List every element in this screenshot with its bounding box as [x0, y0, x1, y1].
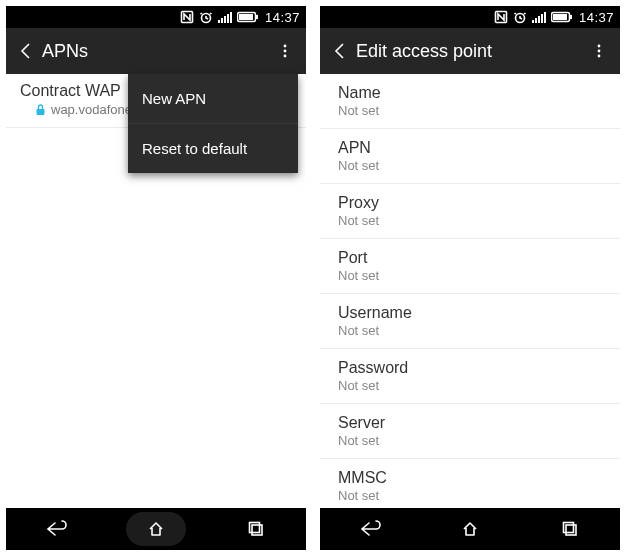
svg-point-10: [284, 45, 287, 48]
page-title: Edit access point: [356, 41, 492, 62]
menu-reset-default[interactable]: Reset to default: [128, 124, 298, 173]
overflow-button[interactable]: [584, 28, 614, 74]
setting-row[interactable]: MMSCNot set: [320, 459, 620, 508]
signal-icon: [532, 11, 546, 23]
svg-point-28: [598, 55, 601, 58]
status-icons: [180, 10, 259, 24]
overflow-button[interactable]: [270, 28, 300, 74]
svg-rect-4: [224, 16, 226, 23]
setting-row[interactable]: PasswordNot set: [320, 349, 620, 404]
svg-rect-25: [570, 15, 572, 19]
nav-back-button[interactable]: [26, 512, 86, 546]
setting-label: Password: [338, 359, 602, 377]
svg-rect-15: [250, 523, 260, 533]
nav-back-button[interactable]: [340, 512, 400, 546]
setting-row[interactable]: UsernameNot set: [320, 294, 620, 349]
svg-rect-22: [544, 12, 546, 23]
setting-value: Not set: [338, 158, 602, 173]
setting-value: Not set: [338, 323, 602, 338]
svg-rect-29: [566, 525, 576, 535]
svg-point-26: [598, 45, 601, 48]
setting-value: Not set: [338, 268, 602, 283]
svg-rect-2: [218, 20, 220, 23]
svg-rect-18: [532, 20, 534, 23]
setting-label: Port: [338, 249, 602, 267]
setting-label: MMSC: [338, 469, 602, 487]
svg-rect-14: [252, 525, 262, 535]
status-bar: 14:37: [6, 6, 306, 28]
status-icons: [494, 10, 573, 24]
setting-label: Username: [338, 304, 602, 322]
status-clock: 14:37: [579, 10, 614, 25]
setting-value: Not set: [338, 213, 602, 228]
page-title: APNs: [42, 41, 88, 62]
status-bar: 14:37: [320, 6, 620, 28]
svg-rect-6: [230, 12, 232, 23]
nav-recent-button[interactable]: [226, 512, 286, 546]
phone-left: 14:37 APNs Contract WAP wap.vodafone.c N…: [6, 6, 306, 550]
setting-row[interactable]: NameNot set: [320, 74, 620, 129]
setting-value: Not set: [338, 433, 602, 448]
svg-rect-3: [221, 18, 223, 23]
nav-home-button[interactable]: [126, 512, 186, 546]
nfc-icon: [494, 10, 508, 24]
back-button[interactable]: [12, 28, 40, 74]
phone-right: 14:37 Edit access point NameNot setAPNNo…: [320, 6, 620, 550]
setting-value: Not set: [338, 378, 602, 393]
back-button[interactable]: [326, 28, 354, 74]
setting-row[interactable]: APNNot set: [320, 129, 620, 184]
lock-icon: [34, 103, 47, 116]
svg-rect-13: [37, 109, 45, 115]
setting-value: Not set: [338, 103, 602, 118]
setting-row[interactable]: ProxyNot set: [320, 184, 620, 239]
settings-list: NameNot setAPNNot setProxyNot setPortNot…: [320, 74, 620, 508]
nav-home-button[interactable]: [440, 512, 500, 546]
setting-label: Name: [338, 84, 602, 102]
svg-rect-8: [239, 14, 253, 20]
nav-recent-button[interactable]: [540, 512, 600, 546]
alarm-icon: [513, 10, 527, 24]
battery-icon: [551, 11, 573, 23]
svg-rect-24: [553, 14, 567, 20]
nav-bar: [6, 508, 306, 550]
svg-rect-9: [256, 15, 258, 19]
signal-icon: [218, 11, 232, 23]
svg-rect-30: [564, 523, 574, 533]
alarm-icon: [199, 10, 213, 24]
setting-label: APN: [338, 139, 602, 157]
nav-bar: [320, 508, 620, 550]
svg-point-27: [598, 50, 601, 53]
battery-icon: [237, 11, 259, 23]
setting-value: Not set: [338, 488, 602, 503]
title-bar: Edit access point: [320, 28, 620, 74]
menu-new-apn[interactable]: New APN: [128, 74, 298, 124]
svg-point-11: [284, 50, 287, 53]
setting-label: Proxy: [338, 194, 602, 212]
svg-point-12: [284, 55, 287, 58]
title-bar: APNs: [6, 28, 306, 74]
svg-rect-21: [541, 14, 543, 23]
nfc-icon: [180, 10, 194, 24]
overflow-menu: New APN Reset to default: [128, 74, 298, 173]
svg-rect-19: [535, 18, 537, 23]
svg-rect-5: [227, 14, 229, 23]
setting-row[interactable]: PortNot set: [320, 239, 620, 294]
setting-label: Server: [338, 414, 602, 432]
setting-row[interactable]: ServerNot set: [320, 404, 620, 459]
svg-rect-20: [538, 16, 540, 23]
status-clock: 14:37: [265, 10, 300, 25]
